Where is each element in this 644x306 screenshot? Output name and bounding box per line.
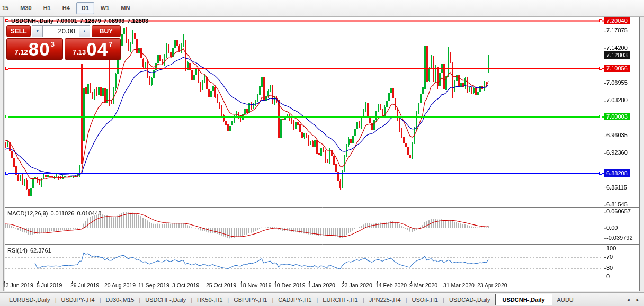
tab-usdcad-daily[interactable]: USDCAD-,Daily bbox=[444, 294, 495, 305]
date-tick-label: 11 Sep 2019 bbox=[138, 282, 169, 289]
volume-input[interactable]: 20.00 bbox=[42, 25, 79, 37]
rsi-tick-label: 0 bbox=[606, 273, 610, 280]
price-tick-label: 7.03280 bbox=[606, 97, 628, 103]
macd-tick-label: -0.039792 bbox=[606, 235, 633, 241]
macd-tick-label: 0.00 bbox=[606, 224, 618, 231]
rsi-value: 62.3761 bbox=[30, 247, 51, 254]
price-tick-label: 6.96035 bbox=[606, 132, 628, 138]
arrow-down-icon: ▼ bbox=[35, 29, 39, 33]
price-marker-badge: 7.10056 bbox=[604, 65, 630, 72]
price-tick-label: 7.06955 bbox=[606, 79, 628, 86]
timeframe-h1[interactable]: H1 bbox=[38, 2, 56, 14]
timeframe-w1[interactable]: W1 bbox=[95, 2, 115, 14]
one-click-trading-panel: SELL ▼ 20.00 ▲ BUY 7.12 80 3 7.13 04 7 bbox=[6, 25, 121, 60]
timeframe-15[interactable]: 15 bbox=[1, 2, 14, 14]
tab-audu[interactable]: AUDU bbox=[552, 294, 578, 305]
sell-price-digits: 80 bbox=[29, 39, 50, 59]
tab-gbpjpy-h1[interactable]: GBPJPY-,H1 bbox=[229, 294, 272, 305]
tab-eurusd-daily[interactable]: EURUSD-,Daily bbox=[4, 294, 55, 305]
date-tick-label: 10 Dec 2019 bbox=[274, 282, 306, 289]
date-tick-label: 3 Oct 2019 bbox=[172, 282, 199, 289]
price-tick-label: 7.17875 bbox=[606, 27, 628, 33]
buy-price-box[interactable]: 7.13 04 7 bbox=[65, 38, 121, 60]
symbol-tab-bar: EURUSD-,Daily|USDJPY-,H4|DJ30-,M15|USDCH… bbox=[0, 292, 644, 306]
arrow-up-icon: ▲ bbox=[83, 29, 86, 33]
volume-increase-button[interactable]: ▲ bbox=[79, 25, 90, 37]
tab-usdjpy-h4[interactable]: USDJPY-,H4 bbox=[56, 294, 99, 305]
price-marker-badge: 7.12803 bbox=[604, 51, 630, 59]
price-tick-label: 6.92360 bbox=[606, 149, 628, 156]
tab-cadjpy-h1[interactable]: CADJPY-,H1 bbox=[273, 294, 316, 305]
timeframe-h4[interactable]: H4 bbox=[57, 2, 75, 14]
date-tick-label: 14 Feb 2020 bbox=[375, 282, 407, 289]
date-tick-label: 18 Nov 2019 bbox=[240, 282, 272, 289]
rsi-indicator-label: RSI(14)62.3761 bbox=[7, 247, 54, 254]
title-symbol: USDCNH-,Daily bbox=[11, 17, 53, 24]
date-tick-label: 9 Mar 2020 bbox=[409, 282, 437, 289]
title-high: 7.12879 bbox=[80, 17, 101, 24]
timeframe-m30[interactable]: M30 bbox=[15, 2, 37, 14]
date-tick-label: 29 Jul 2019 bbox=[70, 282, 99, 289]
date-tick-label: 20 Aug 2019 bbox=[104, 282, 136, 289]
rsi-tick-label: 30 bbox=[606, 265, 613, 271]
sell-button[interactable]: SELL bbox=[6, 25, 31, 37]
price-marker-badge: 6.88208 bbox=[604, 169, 630, 177]
sell-price-pip: 3 bbox=[51, 40, 55, 48]
tab-usdchf-daily[interactable]: USDCHF-,Daily bbox=[140, 294, 191, 305]
rsi-tick-label: 70 bbox=[606, 254, 613, 260]
date-tick-label: 13 Jun 2019 bbox=[3, 282, 33, 289]
date-tick-label: 31 Mar 2020 bbox=[443, 282, 475, 289]
price-marker-badge: 7.00003 bbox=[604, 113, 630, 120]
volume-decrease-button[interactable]: ▼ bbox=[32, 25, 42, 37]
sell-button-label: SELL bbox=[10, 26, 28, 38]
date-tick-label: 1 Jan 2020 bbox=[308, 282, 335, 289]
price-tick-label: 7.14200 bbox=[606, 44, 628, 51]
tabs-scroll-left-icon[interactable]: ◄ bbox=[626, 298, 630, 302]
buy-price-pip: 7 bbox=[109, 40, 112, 48]
title-close: 7.12803 bbox=[127, 17, 148, 24]
trade-panel-collapse-icon[interactable]: ▲ bbox=[5, 19, 9, 23]
date-tick-label: 5 Jul 2019 bbox=[37, 282, 62, 289]
price-tick-label: 6.85115 bbox=[606, 184, 627, 191]
tabs-scroll-right-icon[interactable]: ► bbox=[636, 298, 640, 302]
tab-hk50-h1[interactable]: HK50-,H1 bbox=[192, 294, 227, 305]
title-open: 7.09001 bbox=[56, 17, 77, 24]
tab-eurchf-h1[interactable]: EURCHF-,H1 bbox=[318, 294, 363, 305]
rsi-tick-label: 100 bbox=[606, 245, 616, 251]
tab-dj30-m15[interactable]: DJ30-,M15 bbox=[101, 294, 139, 305]
macd-indicator-label: MACD(12,26,9)0.0110260.010448 bbox=[7, 210, 104, 217]
buy-price-prefix: 7.13 bbox=[73, 48, 86, 56]
sell-price-box[interactable]: 7.12 80 3 bbox=[6, 38, 63, 60]
chart-ohlc-title: USDCNH-,Daily7.090017.128797.089937.1280… bbox=[11, 17, 151, 24]
buy-button[interactable]: BUY bbox=[92, 25, 121, 37]
date-tick-label: 25 Oct 2019 bbox=[206, 282, 236, 289]
tab-usdcnh-daily[interactable]: USDCNH-,Daily bbox=[495, 294, 552, 305]
tab-usoil-h1[interactable]: USOil-,H1 bbox=[407, 294, 443, 305]
macd-value-main: 0.011026 bbox=[50, 210, 74, 217]
timeframe-toolbar: 15M30H1H4D1W1MN bbox=[0, 0, 644, 17]
timeframe-mn[interactable]: MN bbox=[115, 2, 135, 14]
mt4-window: 15M30H1H4D1W1MN ▲ USDCNH-,Daily7.090017.… bbox=[0, 0, 644, 306]
title-low: 7.08993 bbox=[104, 17, 125, 24]
date-tick-label: 23 Apr 2020 bbox=[477, 282, 507, 289]
macd-tick-label: 0.060657 bbox=[606, 208, 631, 214]
date-tick-label: 23 Jan 2020 bbox=[342, 282, 372, 289]
price-tick-label: 6.81545 bbox=[606, 201, 628, 208]
toolbar-separator bbox=[139, 3, 139, 14]
tab-scroll-arrows: ◄ ► bbox=[626, 298, 640, 302]
timeframe-d1[interactable]: D1 bbox=[76, 2, 94, 14]
tab-jpn225-h4[interactable]: JPN225-,H4 bbox=[364, 294, 406, 305]
rsi-name: RSI(14) bbox=[7, 247, 28, 254]
buy-button-label: BUY bbox=[99, 26, 114, 38]
macd-value-signal: 0.010448 bbox=[77, 210, 102, 217]
price-marker-badge: 7.20040 bbox=[604, 17, 630, 24]
buy-price-digits: 04 bbox=[86, 39, 108, 59]
sell-price-prefix: 7.12 bbox=[15, 48, 28, 56]
macd-name: MACD(12,26,9) bbox=[7, 210, 48, 217]
